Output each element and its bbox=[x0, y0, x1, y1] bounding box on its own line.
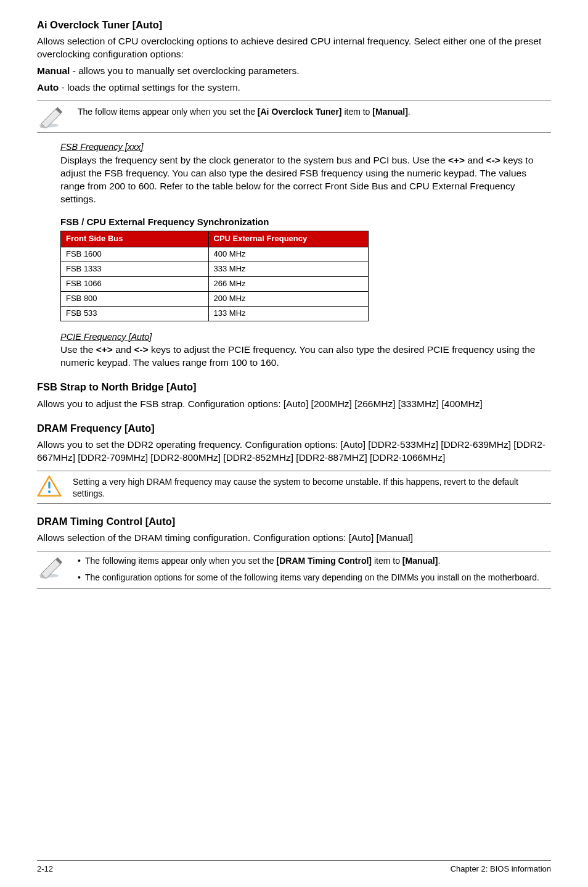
para-intro: Allows selection of CPU overclocking opt… bbox=[37, 35, 551, 61]
t: <+> bbox=[448, 155, 465, 165]
para-dram-timing: Allows selection of the DRAM timing conf… bbox=[37, 532, 551, 545]
label-auto: Auto bbox=[37, 82, 59, 93]
note-bold1: [Ai Overclock Tuner] bbox=[258, 107, 342, 117]
para-fsb-frequency: Displays the frequency sent by the clock… bbox=[60, 154, 551, 206]
t: item to bbox=[372, 556, 402, 566]
cell-cpu: 200 MHz bbox=[208, 291, 368, 306]
list-item: The configuration options for some of th… bbox=[78, 572, 539, 584]
svg-rect-1 bbox=[48, 481, 50, 489]
para-dram-frequency: Allows you to set the DDR2 operating fre… bbox=[37, 439, 551, 464]
para-manual: Manual - allows you to manually set over… bbox=[37, 65, 551, 78]
pencil-icon bbox=[37, 556, 67, 579]
note-ai-overclock: The follow items appear only when you se… bbox=[37, 101, 551, 133]
cell-fsb: FSB 1066 bbox=[61, 276, 209, 291]
t: <+> bbox=[96, 344, 113, 355]
section-fsb-strap: FSB Strap to North Bridge [Auto] Allows … bbox=[37, 381, 551, 410]
para-fsb-strap: Allows you to adjust the FSB strap. Conf… bbox=[37, 398, 551, 411]
section-ai-overclock: Ai Overclock Tuner [Auto] Allows selecti… bbox=[37, 19, 551, 369]
footer-chapter: Chapter 2: BIOS information bbox=[451, 864, 551, 875]
cell-fsb: FSB 533 bbox=[61, 306, 209, 321]
heading-dram-frequency: DRAM Frequency [Auto] bbox=[37, 422, 551, 435]
table-fsb: Front Side Bus CPU External Frequency FS… bbox=[60, 231, 369, 321]
cell-fsb: FSB 1600 bbox=[61, 247, 209, 262]
cell-fsb: FSB 800 bbox=[61, 291, 209, 306]
para-auto: Auto - loads the optimal settings for th… bbox=[37, 81, 551, 94]
heading-fsb-strap: FSB Strap to North Bridge [Auto] bbox=[37, 381, 551, 394]
cell-cpu: 400 MHz bbox=[208, 247, 368, 262]
warning-text: Setting a very high DRAM frequency may c… bbox=[73, 475, 551, 500]
t: and bbox=[113, 344, 134, 355]
table-row: FSB 1066266 MHz bbox=[61, 276, 369, 291]
table-row: FSB 1333333 MHz bbox=[61, 262, 369, 276]
table-row: FSB 1600400 MHz bbox=[61, 247, 369, 262]
note-text: The follow items appear only when you se… bbox=[78, 105, 410, 118]
label-manual: Manual bbox=[37, 65, 70, 76]
table-row: FSB 533133 MHz bbox=[61, 306, 369, 321]
block-fsb-table: FSB / CPU External Frequency Synchroniza… bbox=[37, 216, 551, 321]
heading-dram-timing: DRAM Timing Control [Auto] bbox=[37, 515, 551, 528]
list-item: The following items appear only when you… bbox=[78, 555, 539, 567]
table-row: FSB 800200 MHz bbox=[61, 291, 369, 306]
desc-auto: - loads the optimal settings for the sys… bbox=[59, 82, 240, 93]
page-footer: 2-12 Chapter 2: BIOS information bbox=[37, 860, 551, 875]
cell-cpu: 266 MHz bbox=[208, 276, 368, 291]
pencil-icon bbox=[37, 106, 67, 128]
note-mid: item to bbox=[342, 107, 373, 117]
svg-point-2 bbox=[48, 490, 51, 493]
footer-page-number: 2-12 bbox=[37, 864, 53, 875]
th-cpu: CPU External Frequency bbox=[208, 231, 368, 247]
note-dram-timing: The following items appear only when you… bbox=[37, 551, 551, 589]
note-bold2: [Manual] bbox=[372, 107, 408, 117]
note-list: The following items appear only when you… bbox=[78, 555, 539, 585]
t: [DRAM Timing Control] bbox=[277, 556, 372, 566]
warning-icon bbox=[37, 475, 62, 497]
note-prefix: The follow items appear only when you se… bbox=[78, 107, 258, 117]
section-dram-timing: DRAM Timing Control [Auto] Allows select… bbox=[37, 515, 551, 589]
t: . bbox=[438, 556, 440, 566]
subhead-pcie-frequency: PCIE Frequency [Auto] bbox=[60, 331, 551, 343]
t: Displays the frequency sent by the clock… bbox=[60, 155, 448, 165]
subhead-fsb-frequency: FSB Frequency [xxx] bbox=[60, 141, 551, 153]
cell-cpu: 333 MHz bbox=[208, 262, 368, 276]
section-dram-frequency: DRAM Frequency [Auto] Allows you to set … bbox=[37, 422, 551, 504]
t: Use the bbox=[60, 344, 96, 355]
para-pcie-frequency: Use the <+> and <-> keys to adjust the P… bbox=[60, 344, 551, 369]
block-fsb-frequency: FSB Frequency [xxx] Displays the frequen… bbox=[37, 141, 551, 206]
table-title: FSB / CPU External Frequency Synchroniza… bbox=[60, 216, 551, 228]
t: The following items appear only when you… bbox=[85, 556, 277, 566]
t: [Manual] bbox=[402, 556, 438, 566]
cell-fsb: FSB 1333 bbox=[61, 262, 209, 276]
cell-cpu: 133 MHz bbox=[208, 306, 368, 321]
heading-ai-overclock: Ai Overclock Tuner [Auto] bbox=[37, 19, 551, 31]
t: <-> bbox=[486, 155, 500, 165]
t: and bbox=[465, 155, 486, 165]
warning-dram-frequency: Setting a very high DRAM frequency may c… bbox=[37, 471, 551, 504]
t: <-> bbox=[134, 344, 148, 355]
th-fsb: Front Side Bus bbox=[61, 231, 209, 247]
desc-manual: - allows you to manually set overclockin… bbox=[70, 65, 299, 76]
block-pcie-frequency: PCIE Frequency [Auto] Use the <+> and <-… bbox=[37, 331, 551, 370]
note-suffix: . bbox=[408, 107, 410, 117]
